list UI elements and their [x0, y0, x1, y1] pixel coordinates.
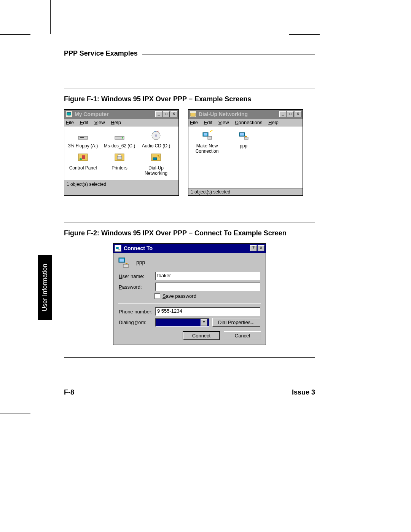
dialing-from-select[interactable]: ▼	[155, 318, 209, 327]
minimize-button[interactable]: _	[279, 111, 286, 117]
ppp-connection-icon[interactable]: ppp	[227, 129, 260, 154]
svg-point-5	[122, 137, 123, 139]
menu-help[interactable]: Help	[111, 120, 121, 125]
computer-icon	[65, 111, 72, 118]
svg-rect-24	[118, 249, 120, 251]
close-button[interactable]: ×	[170, 111, 177, 117]
svg-rect-27	[123, 264, 129, 267]
svg-point-10	[80, 158, 82, 160]
svg-rect-18	[204, 133, 207, 136]
svg-rect-0	[67, 113, 71, 115]
cd-drive-icon[interactable]: Audio CD (D:)	[140, 129, 172, 149]
dialup-folder-icon	[190, 111, 196, 118]
svg-rect-26	[119, 259, 124, 262]
connect-to-titlebar[interactable]: Connect To ? ×	[113, 244, 266, 253]
dialup-menubar: File Edit View Connections Help	[188, 119, 303, 126]
dialup-status: 1 object(s) selected	[188, 188, 303, 195]
crop-mark	[0, 414, 30, 414]
cancel-button[interactable]: Cancel	[224, 331, 261, 340]
section-title: PPP Service Examples	[64, 50, 138, 58]
dialog-body: ppp User name: tbaker Password: Sav	[113, 253, 266, 345]
icon-label: Control Panel	[69, 165, 97, 171]
menu-file[interactable]: File	[66, 120, 74, 125]
icon-label: 3½ Floppy (A:)	[68, 143, 98, 149]
separator	[118, 303, 261, 304]
svg-rect-19	[208, 136, 212, 139]
password-label: Password:	[119, 284, 155, 290]
my-computer-menubar: File Edit View Help	[64, 119, 178, 126]
icon-label: Printers	[112, 165, 127, 171]
connect-to-title: Connect To	[124, 245, 153, 251]
svg-rect-23	[116, 247, 119, 249]
my-computer-titlebar[interactable]: My Computer _ □ ×	[64, 110, 178, 119]
hard-drive-icon[interactable]: Ms-dos_62 (C:)	[103, 129, 136, 149]
dialup-networking-icon[interactable]: Dial-Up Networking	[140, 151, 172, 176]
floppy-drive-icon[interactable]: 3½ Floppy (A:)	[67, 129, 99, 149]
password-input[interactable]	[155, 283, 260, 291]
connection-name: ppp	[136, 259, 145, 265]
menu-edit[interactable]: Edit	[204, 120, 212, 125]
phone-input[interactable]: 9 555-1234	[155, 307, 260, 316]
side-tab-user-information: User Information	[38, 255, 52, 320]
crop-mark	[50, 0, 51, 34]
maximize-button[interactable]: □	[163, 111, 170, 117]
icon-label: Make New Connection	[196, 143, 219, 154]
close-button[interactable]: ×	[295, 111, 301, 117]
my-computer-status: 1 object(s) selected	[64, 181, 178, 188]
figure-2: Figure F-2: Windows 95 IPX Over PPP − Co…	[64, 222, 315, 358]
menu-connections[interactable]: Connections	[235, 120, 262, 125]
crop-mark	[0, 34, 30, 35]
svg-rect-22	[244, 137, 248, 139]
menu-view[interactable]: View	[218, 120, 229, 125]
section-rule	[142, 54, 315, 55]
page-number: F-8	[64, 388, 74, 396]
figure-2-caption: Figure F-2: Windows 95 IPX Over PPP − Co…	[64, 229, 315, 237]
make-new-connection-icon[interactable]: Make New Connection	[191, 129, 223, 154]
svg-rect-15	[153, 158, 157, 160]
menu-file[interactable]: File	[190, 120, 198, 125]
my-computer-client: 3½ Floppy (A:) Ms-dos_62 (C:) Audio CD (…	[64, 126, 178, 181]
printers-icon[interactable]: Printers	[103, 151, 136, 176]
svg-rect-16	[191, 113, 195, 117]
menu-edit[interactable]: Edit	[80, 120, 88, 125]
connection-icon	[115, 245, 121, 252]
my-computer-window: My Computer _ □ × File Edit View Help	[64, 109, 179, 196]
close-button[interactable]: ×	[258, 245, 264, 251]
dialup-client: Make New Connection ppp	[188, 126, 303, 188]
svg-rect-1	[68, 116, 70, 117]
phone-label: Phone number:	[119, 309, 155, 315]
svg-rect-9	[82, 155, 85, 159]
page-footer: F-8 Issue 3	[64, 388, 315, 396]
username-label: User name:	[119, 273, 155, 279]
dialing-from-label: Dialing from:	[119, 320, 155, 325]
minimize-button[interactable]: _	[155, 111, 162, 117]
issue-number: Issue 3	[292, 388, 315, 396]
menu-view[interactable]: View	[94, 120, 105, 125]
connect-to-dialog: Connect To ? × ppp User na	[113, 243, 266, 345]
connect-button[interactable]: Connect	[183, 331, 220, 340]
figure-rule	[64, 222, 315, 226]
save-password-checkbox[interactable]	[155, 293, 160, 299]
figure-1-windows: My Computer _ □ × File Edit View Help	[64, 109, 315, 196]
svg-rect-13	[118, 155, 121, 157]
figure-1-caption: Figure F-1: Windows 95 IPX Over PPP − Ex…	[64, 95, 315, 103]
dial-properties-button[interactable]: Dial Properties...	[212, 318, 260, 327]
figure-rule	[64, 357, 315, 358]
dialog-header: ppp	[118, 257, 261, 268]
dialup-title: Dial-Up Networking	[199, 111, 248, 117]
dialup-window: Dial-Up Networking _ □ × File Edit View …	[188, 109, 303, 196]
dialup-titlebar[interactable]: Dial-Up Networking _ □ ×	[188, 110, 303, 119]
icon-label: Dial-Up Networking	[145, 165, 167, 176]
dropdown-arrow-icon[interactable]: ▼	[201, 319, 207, 326]
icon-label: ppp	[240, 143, 247, 149]
figure-rule	[64, 88, 315, 92]
content-area: PPP Service Examples Figure F-1: Windows…	[64, 50, 315, 358]
maximize-button[interactable]: □	[287, 111, 294, 117]
section-header: PPP Service Examples	[64, 50, 315, 58]
help-button[interactable]: ?	[250, 245, 257, 251]
control-panel-icon[interactable]: Control Panel	[67, 151, 99, 176]
figure-rule	[64, 208, 315, 208]
menu-help[interactable]: Help	[268, 120, 279, 125]
username-input[interactable]: tbaker	[155, 272, 260, 280]
icon-label: Audio CD (D:)	[142, 143, 170, 149]
